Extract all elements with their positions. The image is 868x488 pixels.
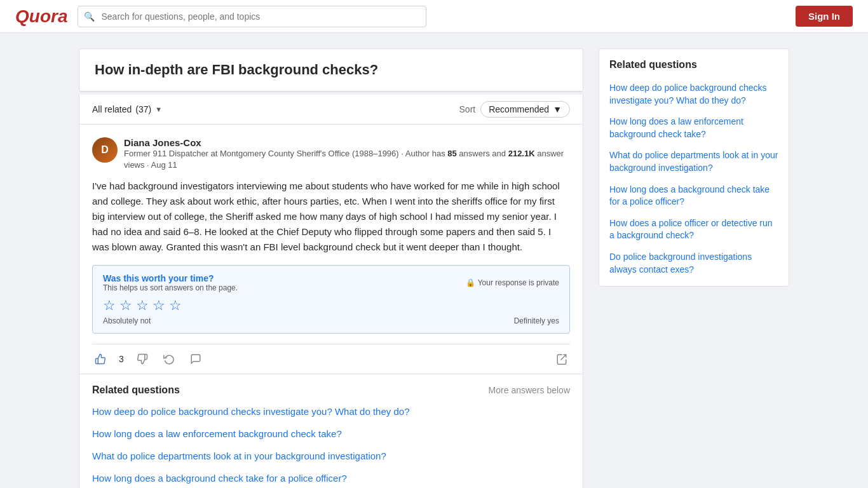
related-questions-title: Related questions [92,384,180,396]
upvote-icon [95,353,106,365]
answer-count: (37) [135,104,151,114]
star-3[interactable]: ☆ [136,297,149,314]
rating-sub: This helps us sort answers on the page. [103,283,238,292]
chevron-down-icon: ▼ [553,104,562,114]
author-bio: Former 911 Dispatcher at Montgomery Coun… [124,148,570,171]
rating-labels: Absolutely not Definitely yes [103,316,559,325]
sort-dropdown[interactable]: Recommended ▼ [480,101,570,118]
author-name[interactable]: Diana Jones-Cox [124,137,570,148]
downvote-button[interactable] [134,351,151,367]
rating-question: Was this worth your time? [103,273,238,283]
avatar: D [92,137,118,163]
sign-in-button[interactable]: Sign In [796,6,853,27]
search-icon: 🔍 [84,11,95,22]
all-related-dropdown[interactable]: All related (37) ▼ [92,104,162,114]
sidebar-list-item[interactable]: What do police departments look at in yo… [609,149,778,174]
sidebar-list-item[interactable]: How deep do police background checks inv… [609,82,778,107]
sort-value: Recommended [489,104,549,114]
rating-question-area: Was this worth your time? This helps us … [103,273,238,292]
rating-label-right: Definitely yes [514,316,559,325]
sidebar-list-item[interactable]: How long does a background check take fo… [609,184,778,208]
star-2[interactable]: ☆ [119,297,132,314]
related-questions-card: Related questions More answers below How… [79,374,583,488]
answer-card: D Diana Jones-Cox Former 911 Dispatcher … [79,125,583,374]
sidebar-list-item[interactable]: How does a police officer or detective r… [609,217,778,242]
question-card: How in-depth are FBI background checks? [79,48,583,92]
lock-icon: 🔒 [466,278,475,287]
related-questions-header: Related questions More answers below [92,384,570,396]
sort-label: Sort [459,104,476,114]
list-item[interactable]: How long does a background check take fo… [92,471,570,485]
main-content: How in-depth are FBI background checks? … [79,48,583,488]
rating-box-header: Was this worth your time? This helps us … [103,273,559,292]
list-item[interactable]: How deep do police background checks inv… [92,405,570,418]
sidebar-title: Related questions [609,59,778,73]
more-answers-below: More answers below [489,385,570,395]
rating-private: 🔒 Your response is private [466,278,559,287]
chevron-down-icon: ▼ [155,105,162,113]
sidebar: Related questions How deep do police bac… [599,48,789,488]
downvote-icon [137,353,148,365]
star-1[interactable]: ☆ [103,297,116,314]
page-container: How in-depth are FBI background checks? … [69,33,799,488]
author-bio-text1: Former 911 Dispatcher at Montgomery Coun… [124,149,447,158]
rating-label-left: Absolutely not [103,316,151,325]
share-icon [556,353,567,365]
quora-logo[interactable]: Quora [15,6,67,27]
upvote-count: 3 [119,354,124,364]
list-item[interactable]: What do police departments look at in yo… [92,449,570,463]
all-related-label: All related [92,104,132,114]
sidebar-card: Related questions How deep do police bac… [599,48,789,287]
sidebar-list-item[interactable]: Do police background investigations alwa… [609,251,778,276]
author-answers: 85 [447,149,456,158]
comment-icon [190,353,201,365]
answer-author-row: D Diana Jones-Cox Former 911 Dispatcher … [92,137,570,171]
refresh-icon [163,353,175,365]
search-input[interactable] [78,6,426,27]
sort-area: Sort Recommended ▼ [459,101,570,118]
rating-private-label: Your response is private [478,278,559,287]
author-bio-text2: answers and [457,149,508,158]
author-views: 212.1K [508,149,535,158]
upvote-button[interactable] [92,351,109,367]
action-bar: 3 [92,344,570,374]
star-4[interactable]: ☆ [153,297,165,314]
answer-body: I've had background investigators interv… [92,179,570,255]
list-item[interactable]: How long does a law enforcement backgrou… [92,427,570,440]
search-bar-container: 🔍 [78,6,426,27]
rating-box: Was this worth your time? This helps us … [92,265,570,334]
answers-toolbar: All related (37) ▼ Sort Recommended ▼ [79,95,583,125]
stars-container[interactable]: ☆ ☆ ☆ ☆ ☆ [103,297,559,314]
header: Quora 🔍 Sign In [0,0,868,33]
star-5[interactable]: ☆ [169,297,182,314]
comment-button[interactable] [187,351,204,367]
author-info: Diana Jones-Cox Former 911 Dispatcher at… [124,137,570,171]
sidebar-list-item[interactable]: How long does a law enforcement backgrou… [609,116,778,140]
question-title: How in-depth are FBI background checks? [79,49,583,92]
share-button[interactable] [553,351,570,367]
refresh-button[interactable] [161,351,177,367]
